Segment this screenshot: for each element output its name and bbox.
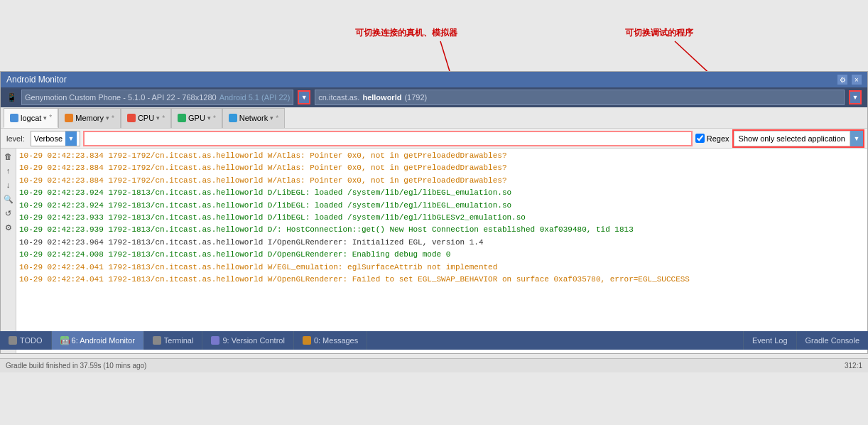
gpu-tab-extra: * [213,114,216,122]
app-name-bold: helloworld [362,93,401,102]
tab-cpu[interactable]: CPU ▾ * [121,108,171,128]
app-name-prefix: cn.itcast.as. [318,93,359,102]
network-tab-icon [229,114,237,122]
terminal-icon [153,336,161,345]
android-label: 6: Android Monitor [72,336,135,345]
android-version: Android 5.1 (API 22) [219,93,291,102]
event-log-tab[interactable]: Event Log [743,331,796,350]
regex-checkbox-group: Regex [695,134,729,143]
tab-memory[interactable]: Memory ▾ * [58,108,121,128]
tab-gpu[interactable]: GPU ▾ * [171,108,222,128]
log-line: 10-29 02:42:23.924 1792-1813/cn.itcast.a… [19,200,864,212]
app-selector[interactable]: cn.itcast.as.helloworld (1792) [315,90,845,105]
show-only-dropdown-button[interactable]: ▼ [850,131,863,146]
network-tab-arrow: ▾ [270,114,273,122]
todo-label: TODO [20,336,43,345]
logcat-tab-extra: * [49,114,52,122]
gpu-tab-arrow: ▾ [207,114,211,122]
gradle-console-label: Gradle Console [805,336,859,345]
tabs-bar: logcat ▾ * Memory ▾ * CPU ▾ * GPU ▾ * [1,107,867,129]
bottom-tab-terminal[interactable]: Terminal [144,331,203,350]
tab-gpu-label: GPU [188,114,205,122]
line-info: 312:1 [845,362,862,370]
regex-checkbox[interactable] [695,134,705,143]
sidebar-down-button[interactable]: ↓ [2,178,15,191]
regex-label: Regex [707,134,729,143]
close-icon[interactable]: × [852,75,862,85]
device-selector[interactable]: Genymotion Custom Phone - 5.1.0 - API 22… [21,90,293,105]
log-line: 10-29 02:42:23.933 1792-1813/cn.itcast.a… [19,212,864,224]
cpu-tab-extra: * [162,114,165,122]
cpu-tab-icon [127,114,136,122]
bottom-tab-todo[interactable]: TODO [0,331,52,350]
messages-icon [303,336,311,345]
device-name: Genymotion Custom Phone - 5.1.0 - API 22… [25,93,217,102]
window-title: Android Monitor [6,75,67,85]
left-sidebar: 🗑 ↑ ↓ 🔍 ↺ ⚙ [1,149,16,353]
sidebar-refresh-button[interactable]: ↺ [2,207,15,220]
titlebar: Android Monitor ⚙ × [1,72,867,87]
todo-icon [9,336,17,345]
device-dropdown-button[interactable]: ▼ [298,90,310,104]
memory-tab-extra: * [112,114,114,122]
logcat-tab-icon [10,114,18,122]
verbose-select[interactable]: Verbose ▼ [31,131,80,146]
device-bar: 📱 Genymotion Custom Phone - 5.1.0 - API … [1,87,867,107]
sidebar-search-button[interactable]: 🔍 [2,193,15,205]
sidebar-up-button[interactable]: ↑ [2,164,15,177]
log-line: 10-29 02:42:24.008 1792-1813/cn.itcast.a… [19,249,864,261]
gradle-console-tab[interactable]: Gradle Console [796,331,868,350]
terminal-label: Terminal [164,336,194,345]
main-content: 🗑 ↑ ↓ 🔍 ↺ ⚙ 10-29 02:42:23.834 1792-1792… [1,149,867,353]
event-log-label: Event Log [752,336,788,345]
show-only-application-button[interactable]: Show only selected application ▼ [732,129,864,148]
bottom-tab-messages[interactable]: 0: Messages [294,331,367,350]
android-monitor-window: Android Monitor ⚙ × 📱 Genymotion Custom … [0,71,868,354]
settings-icon[interactable]: ⚙ [837,75,847,85]
tab-network[interactable]: Network ▾ * [222,108,285,128]
annotation-app-switcher: 可切换调试的程序 [625,27,693,39]
status-text: Gradle build finished in 37.59s (10 mins… [6,362,146,370]
level-label: level: [4,134,28,143]
filter-bar: level: Verbose ▼ Regex Show only selecte… [1,129,867,149]
sidebar-clear-button[interactable]: 🗑 [2,150,15,163]
log-line: 10-29 02:42:23.924 1792-1813/cn.itcast.a… [19,187,864,199]
verbose-label: Verbose [34,134,63,143]
log-line: 10-29 02:42:23.884 1792-1792/cn.itcast.a… [19,162,864,174]
git-icon [211,336,219,345]
phone-icon: 📱 [6,92,17,102]
memory-tab-icon [65,114,73,122]
tab-cpu-label: CPU [138,114,154,122]
search-input[interactable] [83,131,693,146]
log-line: 10-29 02:42:24.041 1792-1813/cn.itcast.a… [19,262,864,274]
tab-network-label: Network [239,114,268,122]
bottom-tab-git[interactable]: 9: Version Control [202,331,293,350]
bottom-tab-android[interactable]: 🤖 6: Android Monitor [52,331,144,350]
network-tab-extra: * [276,114,278,122]
app-dropdown-button[interactable]: ▼ [849,90,862,104]
tab-memory-label: Memory [75,114,104,122]
android-icon: 🤖 [60,336,69,345]
status-bar: Gradle build finished in 37.59s (10 mins… [0,358,868,372]
log-line: 10-29 02:42:23.884 1792-1792/cn.itcast.a… [19,175,864,187]
log-line: 10-29 02:42:23.964 1792-1813/cn.itcast.a… [19,237,864,249]
logcat-tab-arrow: ▾ [43,114,47,122]
show-only-text: Show only selected application [734,131,850,146]
gpu-tab-icon [178,114,186,122]
verbose-dropdown-button[interactable]: ▼ [65,131,77,146]
sidebar-settings-button[interactable]: ⚙ [2,221,15,234]
annotation-device-switcher: 可切换连接的真机、模拟器 [355,27,457,39]
titlebar-icons: ⚙ × [837,75,862,85]
log-line: 10-29 02:42:24.041 1792-1813/cn.itcast.a… [19,274,864,286]
log-line: 10-29 02:42:23.834 1792-1792/cn.itcast.a… [19,150,864,162]
log-area: 10-29 02:42:23.834 1792-1792/cn.itcast.a… [16,149,867,353]
messages-label: 0: Messages [314,336,358,345]
app-pid: (1792) [404,93,427,102]
log-line: 10-29 02:42:23.939 1792-1813/cn.itcast.a… [19,224,864,236]
memory-tab-arrow: ▾ [106,114,109,122]
tab-logcat-label: logcat [21,114,41,122]
tab-logcat[interactable]: logcat ▾ * [4,108,58,128]
cpu-tab-arrow: ▾ [156,114,160,122]
bottom-bar: TODO 🤖 6: Android Monitor Terminal 9: Ve… [0,331,868,350]
git-label: 9: Version Control [222,336,284,345]
